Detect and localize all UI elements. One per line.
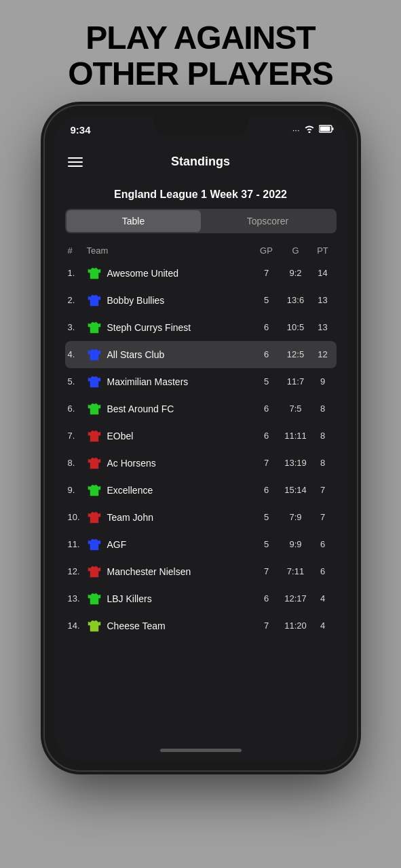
notch [153,115,248,136]
team-info: Ac Horsens [87,456,254,471]
pt-value: 14 [312,268,334,278]
status-icons: ··· [292,125,334,135]
jersey-icon [87,456,102,471]
pt-value: 8 [312,431,334,441]
team-info: Manchester Nielsen [87,564,254,579]
g-value: 11:11 [280,431,312,441]
nav-bar: Standings [54,145,347,179]
jersey-icon [87,266,102,281]
team-name: LBJ Killers [107,593,152,604]
table-row: 3. Steph Currys Finest 6 10:5 13 [65,314,337,341]
pt-value: 9 [312,376,334,387]
team-info: Best Around FC [87,401,254,416]
rank-number: 3. [68,322,87,332]
hero-line2: OTHER PLAYERS [68,56,333,92]
table-row: 9. Excellence 6 15:14 7 [65,477,337,504]
team-info: AGF [87,537,254,552]
header-pt: PT [312,245,334,256]
team-info: Maximilian Masters [87,374,254,389]
team-name: Best Around FC [107,403,174,414]
jersey-icon [87,429,102,443]
team-name: EObel [107,431,134,441]
header-team: Team [87,245,254,256]
table-row: 4. All Stars Club 6 12:5 12 [65,341,337,368]
gp-value: 6 [254,593,280,604]
team-info: All Stars Club [87,347,254,362]
jersey-icon [87,374,102,389]
team-name: Steph Currys Finest [107,322,191,333]
g-value: 11:20 [280,620,312,631]
pt-value: 4 [312,620,334,631]
team-name: Ac Horsens [107,458,156,469]
rank-number: 1. [68,268,87,278]
rank-number: 6. [68,403,87,414]
svg-rect-2 [332,127,333,130]
team-info: Bobby Bullies [87,293,254,308]
team-name: Excellence [107,485,153,496]
table-row: 7. EObel 6 11:11 8 [65,422,337,450]
team-info: EObel [87,429,254,443]
jersey-icon [87,510,102,525]
table-row: 1. Awesome United 7 9:2 14 [65,260,337,287]
gp-value: 6 [254,322,280,332]
jersey-icon [87,591,102,606]
phone-device: 9:34 ··· [45,106,357,770]
pt-value: 7 [312,512,334,522]
team-name: AGF [107,539,127,550]
hamburger-menu[interactable] [68,157,83,167]
g-value: 9:2 [280,268,312,278]
gp-value: 6 [254,349,280,359]
gp-value: 5 [254,539,280,549]
status-time: 9:34 [71,124,91,136]
jersey-icon [87,618,102,633]
g-value: 10:5 [280,322,312,332]
tab-topscorer[interactable]: Topscorer [201,210,335,232]
hero-line1: PLAY AGAINST [68,20,333,56]
header-g: G [280,245,312,256]
rank-number: 5. [68,376,87,387]
jersey-icon [87,320,102,335]
table-header: # Team GP G PT [65,241,337,260]
team-info: Excellence [87,483,254,498]
table-row: 14. Cheese Team 7 11:20 4 [65,612,337,639]
gp-value: 5 [254,295,280,305]
gp-value: 7 [254,620,280,631]
pt-value: 8 [312,403,334,414]
wifi-icon [304,125,315,135]
table-row: 5. Maximilian Masters 5 11:7 9 [65,368,337,395]
pt-value: 13 [312,295,334,305]
g-value: 11:7 [280,376,312,387]
jersey-icon [87,564,102,579]
tab-bar: Table Topscorer [65,209,337,233]
table-row: 6. Best Around FC 6 7:5 8 [65,395,337,422]
teams-table: 1. Awesome United 7 9:2 14 2. Bobby Bull… [65,260,337,639]
gp-value: 6 [254,485,280,495]
rank-number: 10. [68,512,87,522]
table-row: 10. Team John 5 7:9 7 [65,504,337,531]
rank-number: 4. [68,349,87,359]
gp-value: 6 [254,403,280,414]
gp-value: 7 [254,268,280,278]
g-value: 7:5 [280,403,312,414]
g-value: 15:14 [280,485,312,495]
team-name: Cheese Team [107,620,166,631]
pt-value: 12 [312,349,334,359]
team-info: Steph Currys Finest [87,320,254,335]
gp-value: 7 [254,566,280,576]
rank-number: 9. [68,485,87,495]
table-row: 12. Manchester Nielsen 7 7:11 6 [65,558,337,585]
tab-table[interactable]: Table [66,210,201,232]
gp-value: 6 [254,431,280,441]
team-name: Team John [107,512,153,523]
gp-value: 7 [254,458,280,468]
pt-value: 6 [312,539,334,549]
rank-number: 11. [68,539,87,549]
jersey-icon [87,347,102,362]
pt-value: 13 [312,322,334,332]
team-name: Manchester Nielsen [107,566,191,577]
rank-number: 14. [68,620,87,631]
team-name: All Stars Club [107,349,165,360]
screen-content: England League 1 Week 37 - 2022 Table To… [54,179,347,741]
pt-value: 8 [312,458,334,468]
pt-value: 4 [312,593,334,604]
